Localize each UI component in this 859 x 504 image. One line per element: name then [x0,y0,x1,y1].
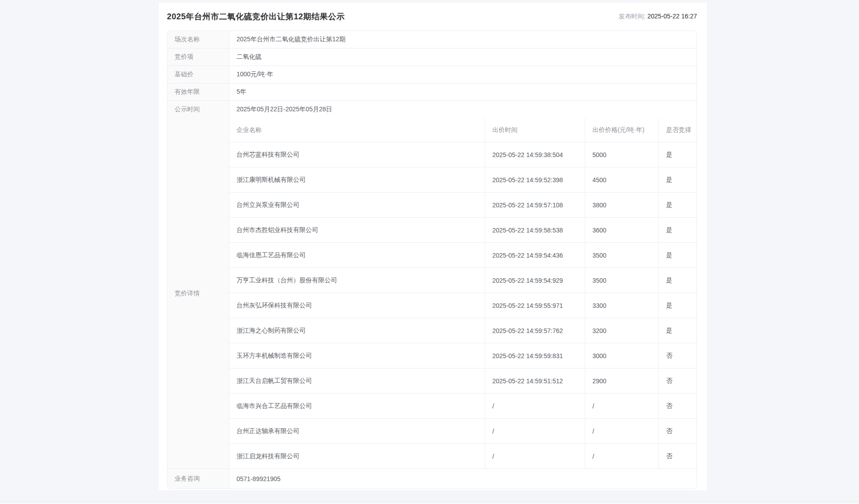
announcement-card: 2025年台州市二氧化硫竞价出让第12期结果公示 发布时间:2025-05-22… [159,3,707,490]
info-row-label: 竞价项 [167,48,229,66]
bid-time-cell: 2025-05-22 14:59:54:929 [485,268,585,293]
bid-won-header: 是否竞得 [659,118,697,142]
company-name-cell: 台州芯蓝科技有限公司 [229,142,485,167]
bid-table-row: 浙江启龙科技有限公司//否 [229,444,697,469]
bid-table-row: 浙江海之心制药有限公司2025-05-22 14:59:57:7623200是 [229,318,697,343]
bid-price-cell: 3000 [585,343,659,368]
info-row: 有效年限5年 [167,83,697,101]
bid-table-row: 临海佳恩工艺品有限公司2025-05-22 14:59:54:4363500是 [229,243,697,268]
bid-table-body: 台州芯蓝科技有限公司2025-05-22 14:59:38:5045000是浙江… [229,142,697,469]
bid-won-cell: 否 [659,394,697,418]
bid-time-cell: 2025-05-22 14:59:57:108 [485,193,585,217]
info-row-label: 基础价 [167,66,229,83]
info-row: 竞价项二氧化硫 [167,48,697,66]
info-row-value: 5年 [229,83,697,101]
bid-time-cell: / [485,394,585,418]
bid-price-header: 出价价格(元/吨·年) [585,118,659,142]
contact-label: 业务咨询 [167,469,229,488]
bid-won-cell: 是 [659,318,697,343]
bid-won-cell: 否 [659,419,697,443]
company-name-cell: 台州正达轴承有限公司 [229,419,485,443]
bid-won-cell: 是 [659,142,697,167]
info-row: 公示时间2025年05月22日-2025年05月28日 [167,101,697,118]
bid-table-row: 浙江天台启帆工贸有限公司2025-05-22 14:59:51:5122900否 [229,368,697,394]
bid-details-label: 竞价详情 [167,118,229,469]
info-row-value: 1000元/吨·年 [229,66,697,83]
bid-price-cell: / [585,444,659,469]
bid-time-cell: / [485,419,585,443]
company-name-cell: 浙江天台启帆工贸有限公司 [229,368,485,393]
card-header: 2025年台州市二氧化硫竞价出让第12期结果公示 发布时间:2025-05-22… [159,3,707,31]
info-row: 场次名称2025年台州市二氧化硫竞价出让第12期 [167,31,697,48]
bid-won-cell: 否 [659,343,697,368]
bid-table-row: 台州灰弘环保科技有限公司2025-05-22 14:59:55:9713300是 [229,293,697,318]
bid-price-cell: 5000 [585,142,659,167]
bid-won-cell: 是 [659,167,697,192]
bid-won-cell: 是 [659,218,697,242]
bid-time-cell: 2025-05-22 14:59:58:538 [485,218,585,242]
bid-time-header: 出价时间 [485,118,585,142]
bid-price-cell: 3600 [585,218,659,242]
bid-time-cell: / [485,444,585,469]
contact-phone: 0571-89921905 [229,469,697,488]
bid-won-cell: 否 [659,368,697,393]
company-name-cell: 浙江海之心制药有限公司 [229,318,485,343]
bid-time-cell: 2025-05-22 14:59:54:436 [485,243,585,267]
bid-time-cell: 2025-05-22 14:59:57:762 [485,318,585,343]
bid-table-row: 台州正达轴承有限公司//否 [229,419,697,444]
bid-time-cell: 2025-05-22 14:59:51:512 [485,368,585,393]
page-title: 2025年台州市二氧化硫竞价出让第12期结果公示 [167,11,345,22]
publish-time-label: 发布时间: [619,13,646,20]
bid-table-row: 万亨工业科技（台州）股份有限公司2025-05-22 14:59:54:9293… [229,268,697,293]
company-name-header: 企业名称 [229,118,485,142]
publish-time: 发布时间:2025-05-22 16:27 [619,13,697,21]
bid-table-row: 玉环方丰机械制造有限公司2025-05-22 14:59:59:8313000否 [229,343,697,368]
bid-price-cell: 4500 [585,167,659,192]
bid-time-cell: 2025-05-22 14:59:55:971 [485,293,585,318]
company-name-cell: 浙江启龙科技有限公司 [229,444,485,469]
bid-won-cell: 是 [659,243,697,267]
bid-details-row: 竞价详情 企业名称出价时间出价价格(元/吨·年)是否竞得 台州芯蓝科技有限公司2… [167,118,697,469]
bid-won-cell: 是 [659,293,697,318]
company-name-cell: 临海佳恩工艺品有限公司 [229,243,485,267]
page-background: 2025年台州市二氧化硫竞价出让第12期结果公示 发布时间:2025-05-22… [0,0,859,504]
bid-table-row: 台州市杰胜铝业科技有限公司2025-05-22 14:59:58:5383600… [229,218,697,243]
info-row-value: 2025年台州市二氧化硫竞价出让第12期 [229,31,697,48]
bid-table: 企业名称出价时间出价价格(元/吨·年)是否竞得 台州芯蓝科技有限公司2025-0… [229,118,697,469]
bid-price-cell: 2900 [585,368,659,393]
company-name-cell: 临海市兴合工艺品有限公司 [229,394,485,418]
bid-price-cell: 3800 [585,193,659,217]
bid-time-cell: 2025-05-22 14:59:38:504 [485,142,585,167]
bid-won-cell: 是 [659,268,697,293]
company-name-cell: 玉环方丰机械制造有限公司 [229,343,485,368]
bid-won-cell: 否 [659,444,697,469]
info-row-label: 场次名称 [167,31,229,48]
bid-table-row: 临海市兴合工艺品有限公司//否 [229,394,697,419]
bid-table-row: 台州立兴泵业有限公司2025-05-22 14:59:57:1083800是 [229,193,697,218]
bid-time-cell: 2025-05-22 14:59:52:398 [485,167,585,192]
page-footer-strip [0,502,859,504]
bid-table-row: 浙江康明斯机械有限公司2025-05-22 14:59:52:3984500是 [229,167,697,193]
announcement-table: 场次名称2025年台州市二氧化硫竞价出让第12期竞价项二氧化硫基础价1000元/… [167,31,697,489]
info-row-label: 公示时间 [167,101,229,118]
contact-row: 业务咨询 0571-89921905 [167,469,697,488]
info-row: 基础价1000元/吨·年 [167,66,697,83]
info-rows-section: 场次名称2025年台州市二氧化硫竞价出让第12期竞价项二氧化硫基础价1000元/… [167,31,697,118]
publish-time-value: 2025-05-22 16:27 [647,13,697,20]
bid-table-row: 台州芯蓝科技有限公司2025-05-22 14:59:38:5045000是 [229,142,697,167]
bid-price-cell: / [585,394,659,418]
company-name-cell: 台州市杰胜铝业科技有限公司 [229,218,485,242]
info-row-value: 2025年05月22日-2025年05月28日 [229,101,697,118]
company-name-cell: 浙江康明斯机械有限公司 [229,167,485,192]
bid-price-cell: / [585,419,659,443]
bid-price-cell: 3300 [585,293,659,318]
bid-price-cell: 3200 [585,318,659,343]
company-name-cell: 台州立兴泵业有限公司 [229,193,485,217]
info-row-value: 二氧化硫 [229,48,697,66]
bid-time-cell: 2025-05-22 14:59:59:831 [485,343,585,368]
bid-table-header: 企业名称出价时间出价价格(元/吨·年)是否竞得 [229,118,697,142]
bid-price-cell: 3500 [585,268,659,293]
company-name-cell: 万亨工业科技（台州）股份有限公司 [229,268,485,293]
bid-price-cell: 3500 [585,243,659,267]
info-row-label: 有效年限 [167,83,229,101]
